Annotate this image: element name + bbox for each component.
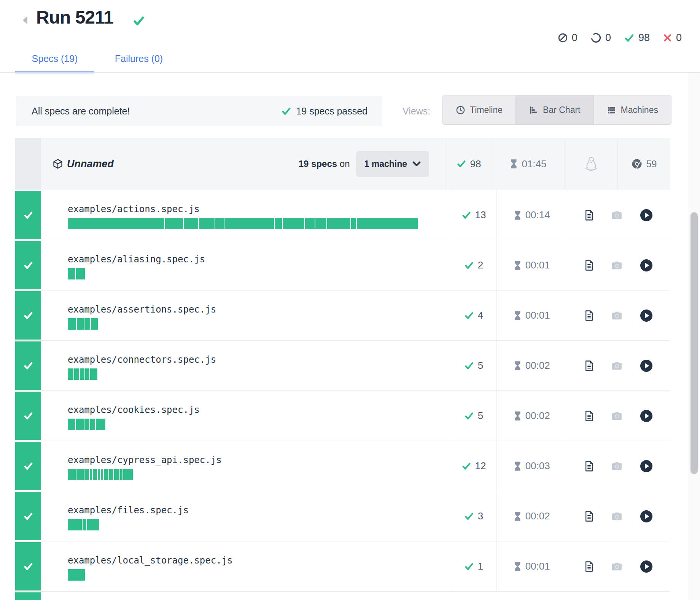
spec-row[interactable]: examples/cypress_api.spec.js 12 00:03: [15, 441, 670, 491]
group-passed-count: 98: [470, 158, 481, 170]
stat-skipped-count: 0: [572, 32, 578, 44]
stat-passed: 98: [624, 32, 650, 44]
play-video-icon[interactable]: [640, 359, 653, 372]
spec-rows: examples/actions.spec.js 13 00:14: [15, 190, 670, 591]
duration-segment: [351, 218, 356, 229]
spec-name: examples/aliasing.spec.js: [68, 254, 451, 265]
spec-duration: 00:03: [525, 460, 550, 472]
screenshots-icon[interactable]: [611, 311, 622, 321]
machines-view-button[interactable]: Machines: [594, 95, 671, 125]
spec-row[interactable]: examples/cookies.spec.js 5 00:02: [15, 390, 670, 441]
spec-name: examples/cookies.spec.js: [68, 405, 451, 415]
duration-segment: [68, 318, 76, 330]
hourglass-icon: [514, 511, 522, 521]
play-video-icon[interactable]: [640, 410, 653, 422]
stdout-icon[interactable]: [584, 210, 594, 221]
spec-duration-bar: [68, 469, 451, 480]
spec-row[interactable]: examples/assertions.spec.js 4 00:01: [15, 290, 670, 340]
check-icon: [23, 261, 33, 270]
stdout-icon[interactable]: [584, 360, 594, 371]
tabs: Specs (19) Failures (0): [15, 53, 175, 73]
spec-duration: 00:02: [525, 410, 550, 422]
spec-actions-cell: [567, 240, 670, 290]
check-icon: [23, 411, 33, 421]
play-video-icon[interactable]: [640, 560, 653, 573]
stdout-icon[interactable]: [584, 310, 594, 321]
stdout-icon[interactable]: [584, 561, 594, 572]
screenshots-icon[interactable]: [611, 411, 622, 421]
play-video-icon[interactable]: [640, 259, 653, 272]
duration-segment: [283, 218, 304, 229]
machine-dropdown-button[interactable]: 1 machine: [356, 151, 430, 177]
check-icon: [464, 562, 474, 571]
scrollbar-thumb[interactable]: [690, 212, 698, 474]
stdout-icon[interactable]: [584, 260, 594, 271]
spec-duration-cell: 00:01: [496, 240, 567, 290]
banner-message: All specs are complete!: [32, 106, 130, 117]
stdout-icon[interactable]: [584, 460, 594, 472]
play-video-icon[interactable]: [640, 309, 653, 322]
spec-status-passed: [15, 492, 41, 540]
check-icon: [461, 462, 471, 471]
spec-row[interactable]: examples/files.spec.js 3 00:02: [15, 491, 670, 541]
tab-failures[interactable]: Failures (0): [103, 53, 175, 73]
bar-chart-view-label: Bar Chart: [543, 105, 580, 115]
timeline-view-button[interactable]: Timeline: [442, 95, 516, 125]
screenshots-icon[interactable]: [611, 562, 622, 571]
duration-segment: [215, 218, 224, 229]
spec-name: examples/connectors.spec.js: [68, 354, 451, 365]
duration-segment: [76, 419, 84, 430]
screenshots-icon[interactable]: [611, 210, 622, 220]
tab-specs[interactable]: Specs (19): [15, 53, 94, 73]
spec-status-passed: [15, 392, 41, 440]
spec-row[interactable]: examples/local_storage.spec.js 1 00:01: [15, 541, 670, 591]
check-icon: [23, 311, 33, 320]
spec-passed-cell: 3: [451, 491, 496, 541]
duration-segment: [98, 469, 100, 480]
check-icon: [464, 261, 474, 270]
chrome-icon: [631, 158, 643, 170]
play-video-icon[interactable]: [640, 510, 653, 523]
group-name: Unnamed: [52, 158, 114, 170]
check-icon: [23, 211, 33, 220]
spec-duration-bar: [68, 519, 451, 530]
duration-segment: [84, 469, 89, 480]
hourglass-icon: [514, 311, 522, 321]
duration-segment: [91, 318, 98, 330]
play-video-icon[interactable]: [640, 209, 653, 222]
passed-icon: [624, 33, 635, 43]
chevron-down-icon: [412, 161, 421, 167]
spec-duration-cell: 00:14: [496, 190, 567, 240]
stdout-icon[interactable]: [584, 410, 594, 422]
collapse-group-button[interactable]: [15, 138, 41, 190]
spec-status-passed: [15, 191, 41, 239]
skipped-icon: [558, 33, 568, 43]
duration-segment: [83, 519, 86, 530]
back-button[interactable]: [20, 14, 30, 27]
duration-segment: [184, 218, 198, 229]
bar-chart-view-button[interactable]: Bar Chart: [516, 95, 593, 125]
spec-row[interactable]: examples/aliasing.spec.js 2 00:01: [15, 240, 670, 290]
group-duration-cell: 01:45: [492, 138, 564, 190]
spec-passed-count: 1: [478, 560, 483, 572]
group-header-content: Unnamed 19 specs on 1 machine: [41, 138, 445, 190]
spec-row[interactable]: examples/actions.spec.js 13 00:14: [15, 190, 670, 240]
spec-row-content: examples/assertions.spec.js: [15, 290, 451, 340]
duration-segment: [77, 318, 84, 330]
screenshots-icon[interactable]: [611, 361, 622, 371]
screenshots-icon[interactable]: [611, 461, 622, 471]
spec-duration-cell: 00:02: [496, 491, 567, 541]
duration-segment: [123, 469, 133, 480]
stat-passed-count: 98: [638, 32, 650, 44]
scrollbar-track[interactable]: [688, 73, 700, 600]
screenshots-icon[interactable]: [611, 511, 622, 521]
linux-icon: [585, 156, 598, 171]
spec-name: examples/local_storage.spec.js: [68, 555, 451, 566]
screenshots-icon[interactable]: [611, 260, 622, 270]
spec-row[interactable]: examples/connectors.spec.js 5 00:02: [15, 340, 670, 390]
stat-pending: 0: [590, 32, 611, 44]
duration-segment: [84, 318, 90, 330]
spec-row-content: examples/local_storage.spec.js: [15, 541, 451, 591]
stdout-icon[interactable]: [584, 511, 594, 522]
play-video-icon[interactable]: [640, 460, 653, 473]
